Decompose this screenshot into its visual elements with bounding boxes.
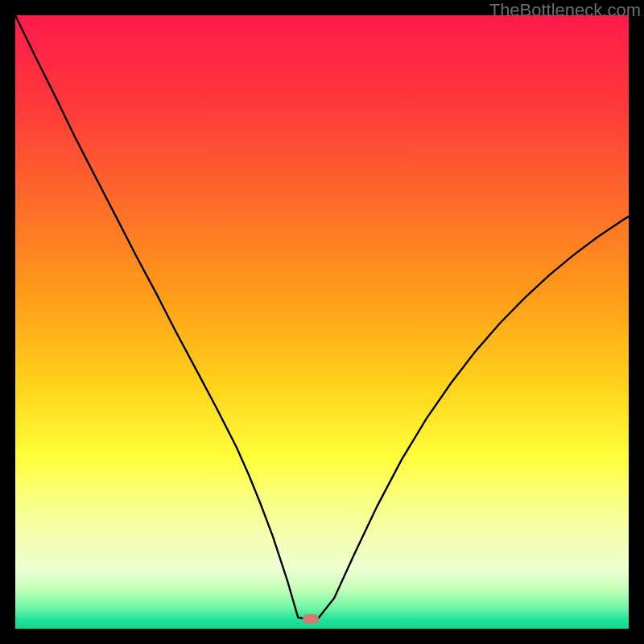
- bottleneck-curve: [15, 15, 629, 629]
- optimal-marker: [303, 614, 319, 624]
- chart-frame: [15, 15, 629, 629]
